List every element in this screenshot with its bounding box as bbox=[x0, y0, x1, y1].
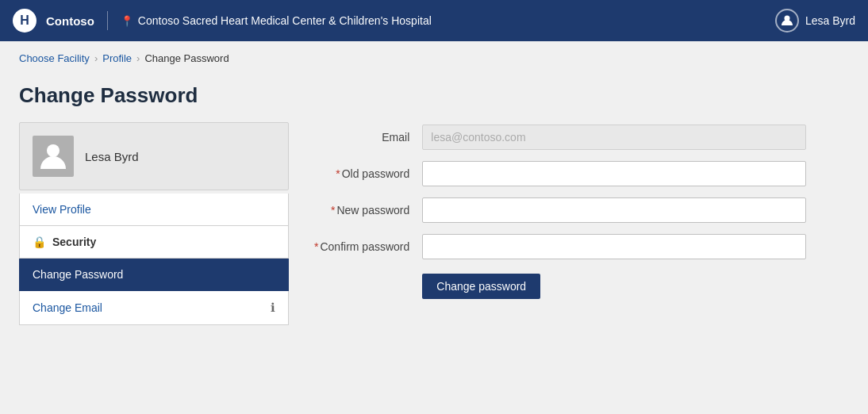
email-label: Email bbox=[314, 131, 409, 144]
required-star-2: * bbox=[331, 204, 335, 217]
sidebar-item-change-email[interactable]: Change Email ℹ bbox=[19, 291, 289, 325]
form-grid: Email *Old password *New password *Confi bbox=[314, 125, 806, 299]
email-field bbox=[422, 125, 806, 150]
header-divider bbox=[107, 11, 108, 30]
change-email-label: Change Email bbox=[33, 301, 102, 314]
header-right[interactable]: Lesa Byrd bbox=[775, 9, 855, 33]
svg-point-1 bbox=[47, 144, 60, 157]
main-container: Choose Facility › Profile › Change Passw… bbox=[0, 41, 868, 414]
breadcrumb-current: Change Password bbox=[144, 52, 229, 64]
page-content: Change Password Lesa Byrd View Profile bbox=[0, 71, 868, 414]
app-name: Contoso bbox=[46, 14, 94, 28]
old-password-label: *Old password bbox=[314, 167, 409, 180]
sidebar-user-name: Lesa Byrd bbox=[85, 150, 139, 163]
breadcrumb-sep-1: › bbox=[94, 52, 98, 64]
new-password-field[interactable] bbox=[422, 197, 806, 223]
avatar bbox=[33, 136, 74, 177]
change-password-button[interactable]: Change password bbox=[422, 274, 540, 299]
breadcrumb-choose-facility[interactable]: Choose Facility bbox=[19, 52, 90, 64]
breadcrumb-sep-2: › bbox=[136, 52, 140, 64]
new-password-label: *New password bbox=[314, 204, 409, 217]
facility-name: 📍 Contoso Sacred Heart Medical Center & … bbox=[121, 14, 432, 27]
old-password-field[interactable] bbox=[422, 161, 806, 186]
view-profile-label: View Profile bbox=[33, 203, 91, 216]
content-area: Choose Facility › Profile › Change Passw… bbox=[0, 41, 868, 414]
info-icon: ℹ bbox=[271, 301, 275, 315]
breadcrumb: Choose Facility › Profile › Change Passw… bbox=[0, 41, 868, 71]
required-star-3: * bbox=[314, 240, 318, 253]
change-password-label: Change Password bbox=[33, 268, 123, 281]
facility-label: Contoso Sacred Heart Medical Center & Ch… bbox=[138, 14, 432, 27]
page-title: Change Password bbox=[19, 83, 289, 108]
header: H Contoso 📍 Contoso Sacred Heart Medical… bbox=[0, 0, 868, 41]
required-star-1: * bbox=[336, 167, 340, 180]
app-logo: H bbox=[13, 9, 36, 33]
confirm-password-label: *Confirm password bbox=[314, 240, 409, 253]
breadcrumb-profile[interactable]: Profile bbox=[102, 52, 132, 64]
header-left: H Contoso 📍 Contoso Sacred Heart Medical… bbox=[13, 9, 432, 33]
confirm-password-field[interactable] bbox=[422, 234, 806, 259]
form-btn-row: Change password bbox=[422, 274, 806, 299]
form-area: Email *Old password *New password *Confi bbox=[314, 83, 849, 395]
user-avatar-icon[interactable] bbox=[775, 9, 799, 33]
location-icon: 📍 bbox=[121, 15, 133, 27]
sidebar: Change Password Lesa Byrd View Profile bbox=[19, 83, 289, 395]
security-label: Security bbox=[52, 236, 96, 248]
lock-icon: 🔒 bbox=[33, 236, 46, 248]
sidebar-item-view-profile[interactable]: View Profile bbox=[19, 194, 289, 226]
header-user-name: Lesa Byrd bbox=[805, 14, 855, 27]
user-card: Lesa Byrd bbox=[19, 122, 289, 190]
sidebar-item-change-password[interactable]: Change Password bbox=[19, 259, 289, 291]
sidebar-security-header: 🔒 Security bbox=[19, 226, 289, 259]
